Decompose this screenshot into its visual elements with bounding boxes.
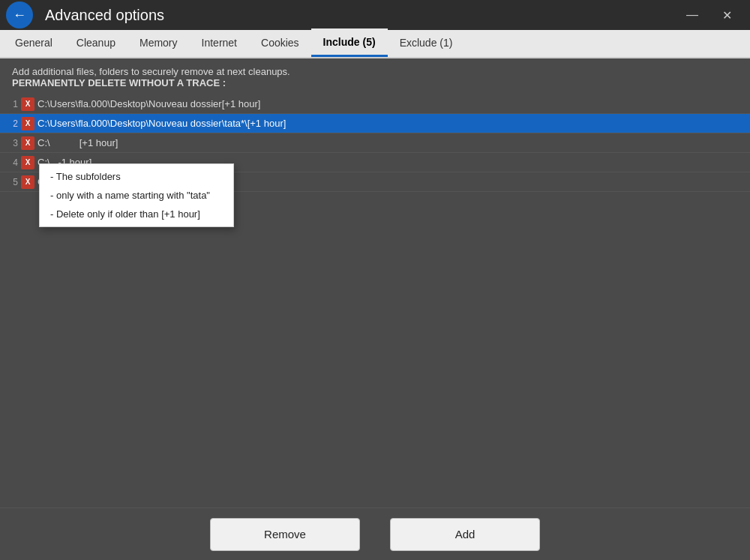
row-number: 4 — [3, 157, 18, 168]
tab-memory[interactable]: Memory — [128, 28, 190, 57]
file-icon: X — [21, 175, 34, 189]
description-area: Add additional files, folders to securel… — [0, 58, 750, 94]
description-line2: PERMANENTLY DELETE WITHOUT A TRACE : — [12, 77, 738, 88]
file-icon: X — [21, 97, 34, 111]
tab-cleanup[interactable]: Cleanup — [64, 28, 128, 57]
content-area: Add additional files, folders to securel… — [0, 58, 750, 560]
file-path: C:\Users\fla.000\Desktop\Nouveau dossier… — [38, 98, 747, 109]
bottom-bar: Remove Add — [0, 508, 750, 560]
page-title: Advanced options — [45, 7, 675, 24]
title-bar: ← Advanced options — ✕ — [0, 0, 750, 30]
tab-cookies[interactable]: Cookies — [249, 28, 311, 57]
close-button[interactable]: ✕ — [710, 0, 744, 30]
tooltip-item[interactable]: - The subfolders — [40, 167, 233, 186]
list-container: 1 X C:\Users\fla.000\Desktop\Nouveau dos… — [0, 94, 750, 508]
description-line1: Add additional files, folders to securel… — [12, 66, 738, 77]
list-item[interactable]: 3 X C:\hidden[+1 hour] - The subfolders … — [0, 133, 750, 153]
tooltip-item[interactable]: - Delete only if older than [+1 hour] — [40, 205, 233, 223]
file-icon: X — [21, 117, 34, 130]
file-icon: X — [21, 156, 34, 169]
add-button[interactable]: Add — [390, 518, 540, 551]
tab-exclude[interactable]: Exclude (1) — [388, 28, 465, 57]
file-path: C:\Users\fla.000\Desktop\Nouveau dossier… — [38, 118, 747, 129]
tooltip-item[interactable]: - only with a name starting with "tata" — [40, 186, 233, 205]
tab-internet[interactable]: Internet — [190, 28, 249, 57]
row-number: 2 — [3, 118, 18, 129]
row-number: 5 — [3, 177, 18, 187]
back-arrow-icon: ← — [13, 8, 26, 22]
file-icon: X — [21, 136, 34, 150]
remove-button[interactable]: Remove — [210, 518, 360, 551]
window-controls: — ✕ — [675, 0, 744, 30]
tooltip-popup: - The subfolders - only with a name star… — [39, 163, 234, 227]
list-item[interactable]: 1 X C:\Users\fla.000\Desktop\Nouveau dos… — [0, 94, 750, 114]
row-number: 3 — [3, 138, 18, 148]
row-number: 1 — [3, 99, 18, 109]
back-button[interactable]: ← — [6, 1, 33, 28]
minimize-button[interactable]: — — [675, 0, 710, 30]
list-item[interactable]: 2 X C:\Users\fla.000\Desktop\Nouveau dos… — [0, 114, 750, 133]
tab-general[interactable]: General — [3, 28, 64, 57]
tabs-bar: General Cleanup Memory Internet Cookies … — [0, 30, 750, 58]
file-path: C:\hidden[+1 hour] — [38, 137, 747, 148]
file-list[interactable]: 1 X C:\Users\fla.000\Desktop\Nouveau dos… — [0, 94, 750, 508]
tab-include[interactable]: Include (5) — [311, 28, 388, 57]
